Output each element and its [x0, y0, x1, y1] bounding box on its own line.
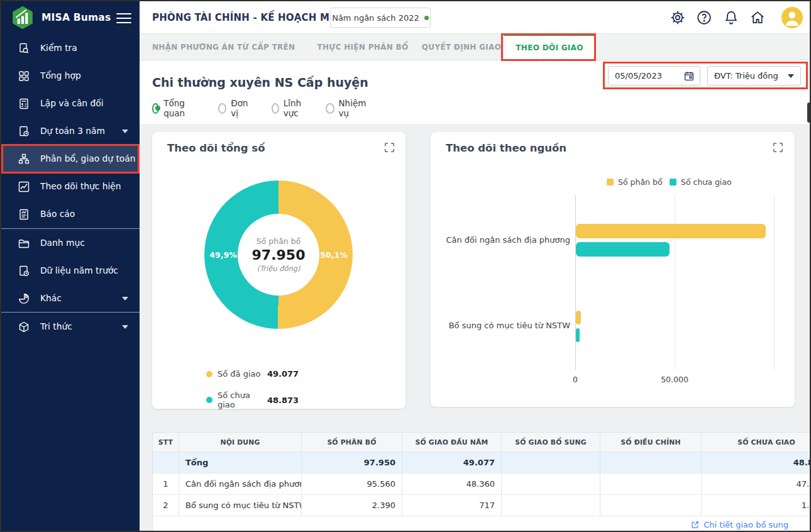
radio-don-vi[interactable]: Đơn vị	[218, 98, 250, 118]
app-window: MISA Bumas Kiểm tra Tổng hợp Lập và cân …	[0, 0, 811, 532]
x-tick-label: 50.000	[653, 375, 697, 384]
external-link-icon	[690, 520, 700, 529]
organization-title: PHÒNG TÀI CHÍNH - KẾ HOẠCH MISA	[152, 12, 348, 23]
donut-chart-card: Theo dõi tổng số 49,9% 50,1% Số phân bổ …	[152, 132, 406, 409]
sidebar-divider	[1, 228, 140, 229]
user-avatar[interactable]	[781, 7, 803, 28]
tab-thuc-hien-phan-bo[interactable]: THỰC HIỆN PHÂN BỔ	[309, 34, 416, 60]
unit-value: ĐVT: Triệu đồng	[714, 71, 778, 80]
sidebar-item-lap-va-can-doi[interactable]: Lập và cân đối	[1, 90, 140, 118]
legend-swatch-icon	[607, 179, 614, 186]
sidebar-item-du-toan-3-nam[interactable]: Dự toán 3 năm	[1, 118, 140, 145]
chevron-down-icon	[122, 325, 128, 329]
expand-icon	[772, 141, 784, 153]
green-status-dot-icon	[424, 16, 429, 20]
legend-dot-icon	[206, 371, 212, 377]
bar-phan-bo-bo-sung	[576, 311, 581, 324]
cell-so-giao-bo-sung	[502, 495, 600, 516]
radio-linh-vuc[interactable]: Lĩnh vực	[272, 98, 304, 118]
cell-so-chua-giao: 47.200	[702, 474, 811, 494]
table-footer: Chi tiết giao bổ sung	[153, 516, 811, 532]
tab-quyet-dinh-giao[interactable]: QUYẾT ĐỊNH GIAO	[414, 34, 509, 60]
sidebar-item-du-lieu-nam-truoc[interactable]: Dữ liệu năm trước	[1, 257, 140, 285]
sidebar-item-khac[interactable]: Khác	[1, 285, 140, 313]
tab-theo-doi-giao[interactable]: THEO DÕI GIAO	[504, 34, 595, 61]
radio-icon	[326, 103, 334, 114]
brand-name: MISA Bumas	[41, 12, 111, 23]
home-icon	[749, 9, 766, 26]
column-header: NỘI DUNG	[179, 433, 302, 452]
report-icon	[18, 208, 30, 221]
sidebar-item-kiem-tra[interactable]: Kiểm tra	[1, 35, 140, 62]
radio-icon	[272, 103, 279, 114]
legend-item: Số chưa giao 48.873	[206, 391, 299, 409]
table-row: 2 Bổ sung có mục tiêu từ NSTW 2.390 717 …	[153, 494, 811, 516]
category-label: Bổ sung có mục tiêu từ NSTW	[437, 321, 570, 330]
card-title: Theo dõi theo nguồn	[446, 142, 566, 154]
center-label: Số phân bổ	[257, 236, 301, 246]
sidebar-toggle-button[interactable]	[116, 10, 132, 25]
bar-phan-bo-can-doi	[576, 224, 766, 238]
budget-year-selector[interactable]: Năm ngân sách 2022	[330, 8, 431, 28]
cell-so-giao-dau-nam: 717	[402, 495, 502, 516]
cell-so-giao-bo-sung	[502, 452, 600, 473]
cell-stt: 2	[153, 495, 179, 516]
cell-so-phan-bo: 97.950	[302, 452, 402, 473]
help-icon	[696, 9, 712, 26]
slice-percent-label: 49,9%	[204, 250, 242, 260]
line-chart-icon	[18, 180, 30, 193]
expand-button[interactable]	[771, 141, 785, 155]
notifications-button[interactable]	[723, 9, 739, 26]
cube-icon	[18, 321, 30, 333]
bar-chua-giao-can-doi	[576, 242, 670, 257]
gear-icon	[670, 9, 686, 26]
legend-item: Số phân bổ	[607, 177, 663, 187]
sidebar-item-tong-hop[interactable]: Tổng hợp	[1, 62, 140, 90]
document-search-icon	[18, 42, 30, 55]
settings-button[interactable]	[670, 9, 686, 26]
sidebar-item-danh-muc[interactable]: Danh mục	[1, 230, 140, 257]
radio-selected-icon	[152, 103, 159, 114]
detail-link[interactable]: Chi tiết giao bổ sung	[703, 520, 788, 529]
expand-icon	[383, 141, 395, 153]
category-label: Cân đối ngân sách địa phương	[437, 235, 570, 245]
summary-table: STT NỘI DUNG SỐ PHÂN BỔ SỐ GIAO ĐẦU NĂM …	[152, 432, 811, 532]
sidebar-brand-row: MISA Bumas	[1, 1, 140, 34]
help-button[interactable]	[696, 9, 712, 26]
sidebar-item-bao-cao[interactable]: Báo cáo	[1, 201, 140, 228]
cell-so-dieu-chinh	[600, 495, 702, 516]
table-header-row: STT NỘI DUNG SỐ PHÂN BỔ SỐ GIAO ĐẦU NĂM …	[153, 433, 811, 452]
gridline	[774, 195, 775, 370]
column-header: SỐ PHÂN BỔ	[302, 433, 402, 452]
x-tick-label: 0	[563, 375, 588, 384]
center-value: 97.950	[252, 247, 306, 263]
gridline	[575, 195, 576, 370]
expand-button[interactable]	[382, 141, 396, 155]
cell-so-chua-giao: 1.673	[702, 495, 811, 516]
calendar-icon	[683, 70, 695, 82]
sidebar-item-theo-doi-thuc-hien[interactable]: Theo dõi thực hiện	[1, 173, 140, 201]
vertical-scrollbar-thumb[interactable]	[807, 103, 811, 123]
unit-selector[interactable]: ĐVT: Triệu đồng	[707, 66, 801, 86]
bell-icon	[723, 9, 739, 26]
column-header: STT	[153, 433, 179, 452]
dropdown-caret-icon	[788, 74, 794, 78]
tab-nhan-phuong-an[interactable]: NHẬN PHƯƠNG ÁN TỪ CẤP TRÊN	[152, 34, 295, 60]
legend-swatch-icon	[670, 179, 676, 186]
radio-tong-quan[interactable]: Tổng quan	[152, 98, 189, 118]
sidebar-item-phan-bo-giao-du-toan[interactable]: Phân bổ, giao dự toán	[1, 145, 140, 173]
radio-nhiem-vu[interactable]: Nhiệm vụ	[326, 98, 368, 118]
home-button[interactable]	[749, 9, 766, 26]
radio-icon	[218, 103, 226, 114]
slice-percent-label: 50,1%	[315, 250, 353, 260]
date-picker[interactable]: 05/05/2023	[608, 66, 700, 86]
legend-dot-icon	[206, 397, 212, 403]
sidebar-item-tri-thuc[interactable]: Tri thức	[1, 313, 140, 341]
sidebar: MISA Bumas Kiểm tra Tổng hợp Lập và cân …	[1, 1, 140, 532]
document-history-icon	[18, 265, 30, 277]
cell-so-giao-dau-nam: 49.077	[402, 452, 502, 473]
grid-icon	[18, 70, 30, 82]
column-header: SỐ GIAO BỔ SUNG	[502, 433, 600, 452]
cell-so-phan-bo: 95.560	[302, 474, 402, 494]
misa-bumas-logo-icon	[10, 5, 35, 30]
